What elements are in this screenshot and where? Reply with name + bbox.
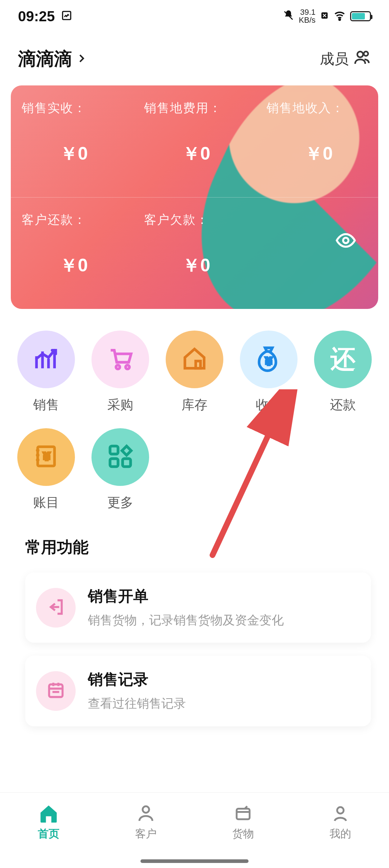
menu-sales[interactable]: 销售 (11, 331, 81, 414)
menu-more[interactable]: 更多 (85, 428, 156, 511)
home-icon (38, 803, 59, 824)
repay-glyph-icon: 还 (330, 342, 356, 376)
frequent-sales-history[interactable]: 销售记录 查看过往销售记录 (25, 656, 371, 726)
nav-mine[interactable]: 我的 (292, 793, 389, 868)
moneybag-icon: ¥ (254, 344, 283, 375)
house-icon (180, 344, 209, 375)
wifi-icon (334, 9, 346, 23)
svg-point-3 (357, 52, 363, 57)
svg-text:¥: ¥ (266, 355, 272, 367)
summary-card[interactable]: 销售实收： ￥0 销售地费用： ￥0 销售地收入： ￥0 客户还款： ￥0 客户… (11, 85, 378, 309)
calendar-icon (46, 680, 66, 702)
members-label: 成员 (320, 49, 349, 69)
box-icon (232, 803, 254, 824)
grid-icon (107, 443, 134, 471)
frequent-sales-order[interactable]: 销售开单 销售货物，记录销售货物及资金变化 (25, 572, 371, 643)
profile-icon (330, 803, 351, 824)
ledger-icon: ¥ (32, 442, 61, 472)
svg-rect-8 (196, 361, 200, 368)
exit-icon (46, 597, 66, 619)
menu-inventory[interactable]: 库存 (159, 331, 230, 414)
stat-sales-cost: 销售地费用： ￥0 (133, 85, 256, 197)
stat-customer-repay: 客户还款： ￥0 (11, 197, 133, 309)
svg-rect-14 (122, 459, 130, 466)
toggle-visibility-button[interactable] (335, 230, 357, 253)
svg-text:¥: ¥ (44, 450, 50, 462)
nav-home[interactable]: 首页 (0, 793, 97, 868)
mute-icon (282, 9, 295, 23)
workspace-title: 滴滴滴 (18, 47, 72, 71)
svg-rect-18 (237, 809, 250, 819)
header: 滴滴滴 成员 (0, 32, 389, 82)
members-icon (354, 49, 371, 69)
svg-rect-15 (49, 685, 62, 697)
gesture-bar (140, 859, 249, 863)
status-bar: 09:25 39.1 KB/s (0, 0, 389, 32)
frequent-section: 常用功能 销售开单 销售货物，记录销售货物及资金变化 销售记录 查看过往销售记录 (0, 526, 389, 726)
status-time: 09:25 (18, 8, 55, 25)
stat-sales-income: 销售地收入： ￥0 (256, 85, 378, 197)
nav-goods[interactable]: 货物 (194, 793, 292, 868)
workspace-switcher[interactable]: 滴滴滴 (18, 47, 87, 71)
screenshot-indicator-icon (61, 10, 72, 22)
svg-rect-13 (110, 459, 118, 466)
network-speed: 39.1 KB/s (299, 8, 316, 24)
frequent-title: 常用功能 (25, 537, 371, 558)
svg-point-4 (364, 52, 368, 56)
chart-up-icon (32, 344, 61, 375)
svg-point-5 (343, 238, 349, 243)
svg-point-7 (126, 365, 130, 369)
svg-point-19 (337, 807, 344, 814)
stat-sales-actual: 销售实收： ￥0 (11, 85, 133, 197)
bottom-nav: 首页 客户 货物 我的 (0, 792, 389, 868)
sim-off-icon (320, 11, 329, 22)
stat-customer-debt: 客户欠款： ￥0 (133, 197, 256, 309)
chevron-right-icon (76, 50, 87, 68)
menu-repay[interactable]: 还 还款 (308, 331, 378, 414)
person-icon (135, 803, 157, 824)
menu-income-expense[interactable]: ¥ 收支 (233, 331, 304, 414)
menu-ledger[interactable]: ¥ 账目 (11, 428, 81, 511)
svg-point-17 (143, 806, 149, 813)
cart-icon (106, 344, 135, 375)
menu-grid: 销售 采购 库存 ¥ 收支 还 还款 (0, 309, 389, 526)
menu-purchase[interactable]: 采购 (85, 331, 156, 414)
members-button[interactable]: 成员 (320, 49, 371, 69)
svg-point-2 (339, 19, 340, 20)
battery-icon (350, 11, 371, 21)
svg-rect-12 (110, 446, 118, 454)
svg-point-6 (116, 365, 120, 369)
eye-icon (335, 230, 357, 251)
nav-customers[interactable]: 客户 (97, 793, 194, 868)
